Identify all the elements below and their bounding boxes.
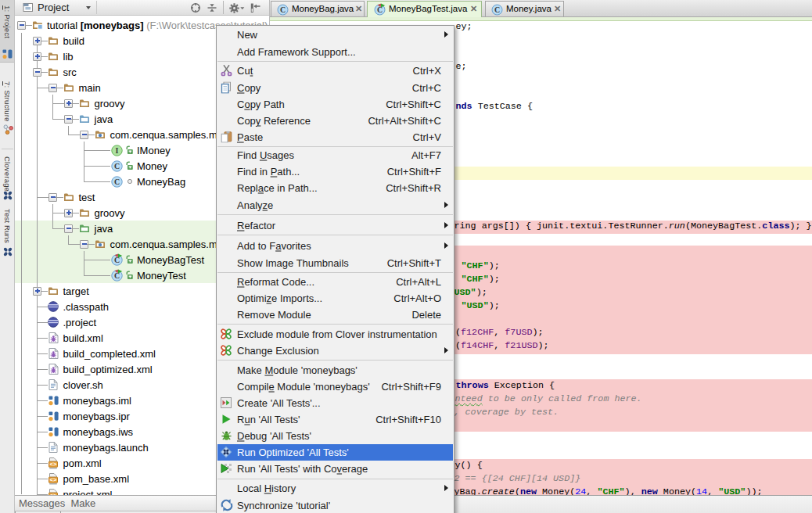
svg-text:I: I bbox=[116, 146, 119, 155]
svg-text:C: C bbox=[114, 178, 120, 186]
svg-text:<>: <> bbox=[49, 476, 57, 483]
svg-text:C: C bbox=[494, 5, 500, 14]
svg-text:<>: <> bbox=[49, 461, 57, 467]
svg-text:C: C bbox=[280, 5, 286, 14]
svg-text:C: C bbox=[114, 162, 120, 170]
